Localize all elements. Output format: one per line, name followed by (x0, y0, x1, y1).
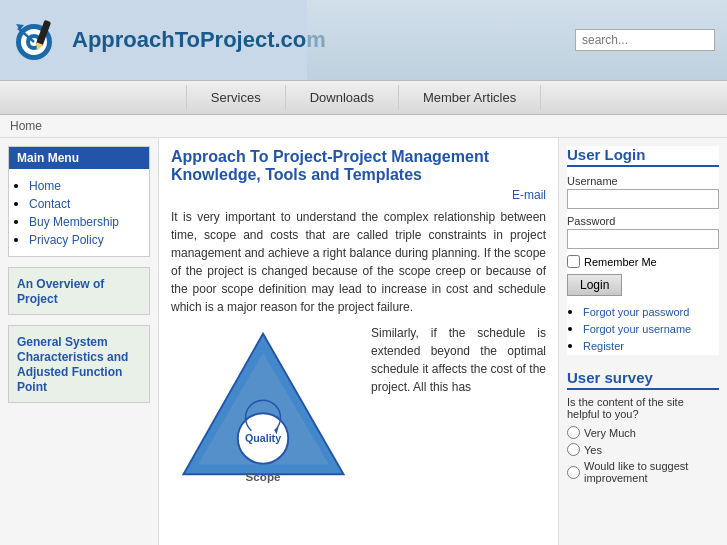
overview-link[interactable]: An Overview of Project (17, 277, 104, 306)
login-button[interactable]: Login (567, 274, 622, 296)
password-input[interactable] (567, 229, 719, 249)
survey-option-very-much: Very Much (567, 426, 719, 439)
forgot-password-link[interactable]: Forgot your password (583, 306, 689, 318)
main-menu-list: Home Contact Buy Membership Privacy Poli… (9, 169, 149, 256)
menu-buy-membership[interactable]: Buy Membership (29, 215, 119, 229)
remember-me-label: Remember Me (584, 256, 657, 268)
sidebar-overview-link: An Overview of Project (8, 267, 150, 315)
username-label: Username (567, 175, 719, 187)
triangle-diagram: Cost Schedule Quality Scope (171, 324, 356, 484)
list-item: Forgot your username (583, 321, 719, 336)
list-item: Buy Membership (29, 214, 141, 229)
username-input[interactable] (567, 189, 719, 209)
remember-me-checkbox[interactable] (567, 255, 580, 268)
nav-services[interactable]: Services (186, 85, 286, 110)
main-menu: Main Menu Home Contact Buy Membership Pr… (8, 146, 150, 257)
login-links: Forgot your password Forgot your usernam… (567, 304, 719, 353)
article-body: It is very important to understand the c… (171, 208, 546, 316)
svg-text:Schedule: Schedule (323, 365, 356, 417)
survey-option-label: Very Much (584, 427, 636, 439)
article-paragraph-1: It is very important to understand the c… (171, 208, 546, 316)
password-label: Password (567, 215, 719, 227)
menu-home[interactable]: Home (29, 179, 61, 193)
breadcrumb: Home (0, 115, 727, 138)
survey-option-suggest: Would like to suggest improvement (567, 460, 719, 484)
remember-me-row: Remember Me (567, 255, 719, 268)
article-body-right: Similarly, if the schedule is extended b… (371, 324, 546, 487)
user-survey: User survey Is the content of the site h… (567, 369, 719, 488)
list-item: Forgot your password (583, 304, 719, 319)
search-area (575, 29, 715, 51)
site-title: ApproachToProject.com (72, 27, 326, 53)
list-item: Home (29, 178, 141, 193)
search-input[interactable] (575, 29, 715, 51)
survey-option-label: Yes (584, 444, 602, 456)
survey-radio-yes[interactable] (567, 443, 580, 456)
general-system-link[interactable]: General System Characteristics and Adjus… (17, 335, 128, 394)
diagram-area: Cost Schedule Quality Scope Similarly, i… (171, 324, 546, 487)
user-survey-title: User survey (567, 369, 719, 390)
svg-text:Cost: Cost (188, 394, 212, 423)
article-title: Approach To Project-Project Management K… (171, 148, 546, 184)
list-item: Contact (29, 196, 141, 211)
triangle-container: Cost Schedule Quality Scope (171, 324, 361, 487)
sidebar-general-system-link: General System Characteristics and Adjus… (8, 325, 150, 403)
survey-option-yes: Yes (567, 443, 719, 456)
user-login: User Login Username Password Remember Me… (567, 146, 719, 355)
survey-question: Is the content of the site helpful to yo… (567, 396, 719, 420)
navigation: Services Downloads Member Articles (0, 80, 727, 115)
survey-option-label: Would like to suggest improvement (584, 460, 719, 484)
menu-privacy-policy[interactable]: Privacy Policy (29, 233, 104, 247)
header: ApproachToProject.com (0, 0, 727, 80)
nav-downloads[interactable]: Downloads (286, 85, 399, 110)
logo-area: ApproachToProject.com (12, 14, 326, 66)
list-item: Register (583, 338, 719, 353)
main-menu-header: Main Menu (9, 147, 149, 169)
center-content: Approach To Project-Project Management K… (158, 138, 559, 545)
main-content: Main Menu Home Contact Buy Membership Pr… (0, 138, 727, 545)
survey-radio-suggest[interactable] (567, 466, 580, 479)
nav-member-articles[interactable]: Member Articles (399, 85, 541, 110)
user-login-title: User Login (567, 146, 719, 167)
svg-text:Scope: Scope (246, 470, 281, 483)
register-link[interactable]: Register (583, 340, 624, 352)
menu-contact[interactable]: Contact (29, 197, 70, 211)
svg-text:Quality: Quality (245, 432, 281, 444)
sidebar: Main Menu Home Contact Buy Membership Pr… (0, 138, 158, 545)
email-link[interactable]: E-mail (171, 188, 546, 202)
survey-radio-very-much[interactable] (567, 426, 580, 439)
list-item: Privacy Policy (29, 232, 141, 247)
right-sidebar: User Login Username Password Remember Me… (559, 138, 727, 545)
logo-icon (12, 14, 64, 66)
forgot-username-link[interactable]: Forgot your username (583, 323, 691, 335)
